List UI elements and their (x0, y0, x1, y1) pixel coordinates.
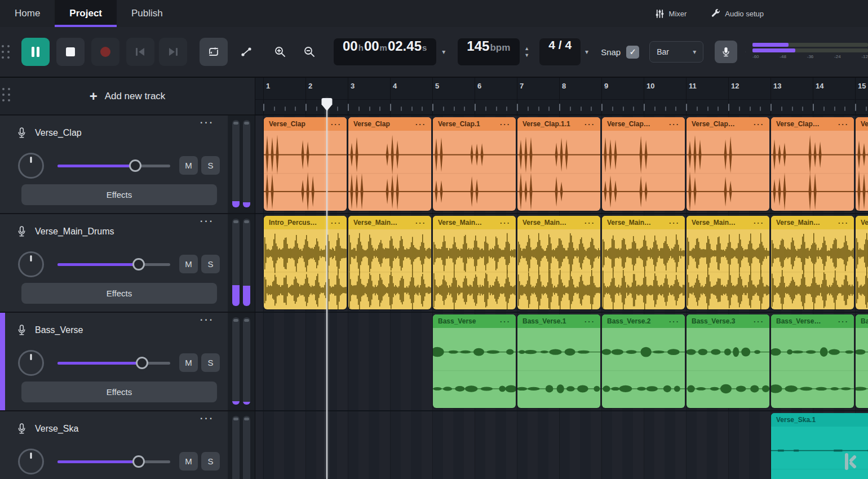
track-menu-button[interactable]: ··· (200, 216, 214, 227)
input-monitor-button[interactable] (715, 41, 737, 63)
lane-verse-ska[interactable]: Verse_Ska.1··· (255, 411, 868, 479)
audio-clip[interactable]: Verse_Clap.1.1··· (517, 117, 600, 211)
automation-button[interactable] (232, 38, 260, 66)
clip-menu-button[interactable]: ··· (584, 120, 595, 128)
clip-menu-button[interactable]: ··· (838, 317, 849, 326)
audio-clip[interactable]: Verse_Main…··· (602, 216, 685, 309)
solo-button[interactable]: S (201, 156, 220, 175)
audio-clip[interactable]: Bass_V…··· (856, 314, 868, 408)
audio-clip[interactable]: Verse_Clap··· (348, 117, 431, 211)
pan-knob[interactable] (18, 449, 44, 474)
track-menu-button[interactable]: ··· (200, 118, 214, 128)
volume-slider[interactable] (57, 455, 170, 468)
volume-slider-handle[interactable] (132, 455, 145, 468)
mute-button[interactable]: M (179, 255, 198, 273)
volume-slider-handle[interactable] (129, 159, 141, 172)
track-menu-button[interactable]: ··· (200, 414, 214, 424)
clip-menu-button[interactable]: ··· (331, 219, 342, 227)
skip-to-start-button[interactable] (126, 38, 154, 66)
track-menu-button[interactable]: ··· (200, 315, 214, 325)
pan-knob[interactable] (18, 350, 44, 376)
effects-button[interactable]: Effects (21, 382, 217, 402)
volume-slider[interactable] (57, 159, 170, 172)
mute-button[interactable]: M (179, 452, 198, 471)
lane-verse-main-drums[interactable]: Intro_Percus…···Verse_Main…···Verse_Main… (255, 214, 868, 313)
volume-slider[interactable] (57, 357, 170, 369)
loop-button[interactable] (200, 38, 228, 66)
audio-setup-button[interactable]: Audio setup (711, 9, 764, 18)
pause-button[interactable] (21, 38, 50, 66)
volume-slider[interactable] (57, 258, 170, 270)
mixer-button[interactable]: Mixer (655, 9, 687, 19)
effects-button[interactable]: Effects (21, 283, 217, 304)
time-format-dropdown[interactable]: ▾ (442, 48, 445, 56)
clip-menu-button[interactable]: ··· (500, 317, 511, 326)
clip-menu-button[interactable]: ··· (500, 219, 511, 227)
playhead-line[interactable] (326, 98, 327, 479)
timeline-ruler[interactable]: 123456789101112131415 (255, 78, 868, 116)
audio-clip[interactable]: Verse_Clap…··· (687, 117, 769, 211)
audio-clip[interactable]: Verse_Clap…··· (856, 117, 868, 211)
tab-project[interactable]: Project (55, 0, 117, 27)
clip-menu-button[interactable]: ··· (669, 120, 680, 128)
audio-clip[interactable]: Bass_Verse.1··· (517, 314, 600, 408)
mute-button[interactable]: M (179, 353, 198, 372)
clip-menu-button[interactable]: ··· (415, 219, 426, 227)
audio-clip[interactable]: Verse_Main…··· (771, 216, 854, 309)
lane-verse-clap[interactable]: Verse_Clap···Verse_Clap···Verse_Clap.1··… (255, 116, 868, 214)
audio-clip[interactable]: Bass_Verse.3··· (687, 314, 769, 408)
audio-clip[interactable]: Verse_Main…··· (687, 216, 769, 309)
audio-clip[interactable]: Bass_Verse··· (433, 314, 516, 408)
pan-knob[interactable] (18, 251, 44, 277)
audio-clip[interactable]: Verse_…··· (856, 216, 868, 309)
audio-clip[interactable]: Verse_Main…··· (517, 216, 600, 309)
audio-clip[interactable]: Verse_Main…··· (348, 216, 431, 309)
volume-slider-handle[interactable] (136, 357, 148, 369)
snap-checkbox[interactable]: ✓ (626, 46, 639, 59)
clip-menu-button[interactable]: ··· (584, 219, 595, 227)
audio-clip[interactable]: Verse_Clap.1··· (433, 117, 516, 211)
track-card[interactable]: ···Verse_ClapMSEffects (0, 116, 228, 214)
clip-menu-button[interactable]: ··· (838, 219, 849, 227)
solo-button[interactable]: S (201, 353, 220, 372)
volume-slider-handle[interactable] (132, 258, 145, 270)
audio-clip[interactable]: Verse_Clap…··· (771, 117, 854, 211)
zoom-in-button[interactable] (266, 38, 294, 66)
clip-menu-button[interactable]: ··· (838, 120, 849, 128)
audio-clip[interactable]: Intro_Percus…··· (264, 216, 347, 309)
clip-menu-button[interactable]: ··· (669, 317, 680, 326)
panel-drag-handle[interactable] (2, 88, 11, 102)
audio-clip[interactable]: Bass_Verse.2··· (602, 314, 685, 408)
effects-button[interactable]: Effects (21, 184, 217, 205)
clip-menu-button[interactable]: ··· (754, 120, 764, 128)
track-card[interactable]: ···Verse_Main_DrumsMSEffects (0, 214, 228, 313)
time-signature-dropdown[interactable]: ▾ (585, 48, 588, 56)
clip-menu-button[interactable]: ··· (754, 317, 764, 326)
bpm-decrease-button[interactable]: ▼ (524, 53, 529, 58)
skip-forward-button[interactable] (159, 38, 187, 66)
clip-menu-button[interactable]: ··· (331, 120, 342, 128)
record-button[interactable] (91, 38, 119, 66)
bpm-increase-button[interactable]: ▲ (524, 46, 529, 51)
pan-knob[interactable] (18, 153, 44, 179)
bpm-display[interactable]: 145bpm (458, 38, 520, 65)
grid-unit-dropdown[interactable]: Bar ▾ (649, 41, 703, 63)
track-card[interactable]: ···Bass_VerseMSEffects (0, 313, 228, 411)
solo-button[interactable]: S (201, 255, 220, 273)
audio-clip[interactable]: Verse_Main…··· (433, 216, 516, 309)
clip-menu-button[interactable]: ··· (500, 120, 511, 128)
audio-clip[interactable]: Bass_Verse…··· (771, 314, 854, 408)
clip-menu-button[interactable]: ··· (415, 120, 426, 128)
track-card[interactable]: ···Verse_SkaMSEffects (0, 411, 228, 479)
tab-home[interactable]: Home (0, 0, 55, 27)
toolbar-drag-handle[interactable] (2, 45, 10, 59)
speaker-icon[interactable] (745, 46, 746, 57)
audio-clip[interactable]: Verse_Clap··· (264, 117, 347, 211)
lane-bass-verse[interactable]: Bass_Verse···Bass_Verse.1···Bass_Verse.2… (255, 313, 868, 411)
time-display[interactable]: 00h00m02.45s (334, 38, 436, 65)
stop-button[interactable] (56, 38, 85, 66)
playhead-marker[interactable] (321, 98, 333, 112)
solo-button[interactable]: S (201, 452, 220, 471)
time-signature-display[interactable]: 4 / 4 (539, 38, 581, 65)
mute-button[interactable]: M (179, 156, 198, 175)
